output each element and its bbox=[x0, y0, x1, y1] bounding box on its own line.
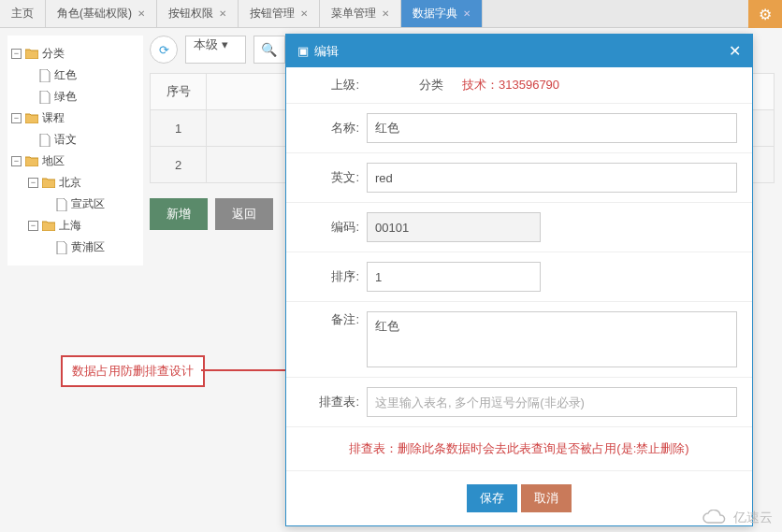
collapse-icon[interactable]: − bbox=[11, 156, 22, 166]
tab-menu-mgr[interactable]: 菜单管理✕ bbox=[320, 0, 401, 27]
close-icon[interactable]: ✕ bbox=[219, 8, 226, 19]
tree-label: 地区 bbox=[42, 153, 65, 169]
form-row-code: 编码: bbox=[286, 203, 752, 252]
modal-footer: 保存 取消 bbox=[286, 471, 752, 525]
form-row-check: 排查表: bbox=[286, 378, 752, 427]
cancel-button[interactable]: 取消 bbox=[521, 484, 572, 512]
tech-value: 313596790 bbox=[499, 78, 559, 92]
tree-node-chinese[interactable]: 语文 bbox=[11, 129, 139, 151]
search-icon: 🔍 bbox=[261, 42, 277, 57]
remark-label: 备注: bbox=[301, 311, 367, 328]
close-icon[interactable]: ✕ bbox=[463, 8, 471, 19]
tab-button-perm[interactable]: 按钮权限✕ bbox=[157, 0, 239, 27]
tree-node-shanghai[interactable]: −上海 bbox=[11, 215, 139, 237]
form-row-english: 英文: bbox=[286, 153, 752, 203]
modal-title: 编辑 bbox=[314, 43, 339, 60]
tree-sidebar: −分类 红色 绿色 −课程 语文 −地区 −北京 宣武区 −上海 黄浦区 bbox=[7, 36, 143, 266]
tab-role[interactable]: 角色(基础权限)✕ bbox=[46, 0, 157, 27]
collapse-icon[interactable]: − bbox=[28, 178, 38, 188]
tab-bar: 主页 角色(基础权限)✕ 按钮权限✕ 按钮管理✕ 菜单管理✕ 数据字典✕ bbox=[0, 0, 782, 28]
watermark: 亿速云 bbox=[702, 510, 773, 526]
name-input[interactable] bbox=[367, 113, 737, 143]
folder-icon bbox=[42, 221, 55, 231]
file-icon bbox=[39, 69, 51, 82]
select-label: 本级 bbox=[194, 37, 218, 51]
tab-data-dict[interactable]: 数据字典✕ bbox=[401, 0, 483, 27]
annotation-label: 数据占用防删排查设计 bbox=[61, 355, 205, 387]
tree-label: 分类 bbox=[42, 46, 65, 62]
refresh-icon: ⟳ bbox=[159, 43, 169, 57]
back-button[interactable]: 返回 bbox=[215, 198, 273, 230]
collapse-icon[interactable]: − bbox=[28, 221, 38, 231]
close-icon[interactable]: ✕ bbox=[300, 8, 308, 19]
file-icon bbox=[56, 198, 67, 211]
tab-label: 按钮权限 bbox=[168, 6, 213, 22]
form-row-order: 排序: bbox=[286, 252, 752, 302]
folder-icon bbox=[25, 156, 38, 166]
file-icon bbox=[39, 91, 51, 104]
tree-node-green[interactable]: 绿色 bbox=[11, 86, 139, 108]
remark-input[interactable]: 红色 bbox=[367, 311, 737, 367]
tech-label: 技术： bbox=[462, 78, 499, 92]
tree-label: 语文 bbox=[54, 132, 77, 148]
order-label: 排序: bbox=[301, 268, 367, 285]
tab-label: 主页 bbox=[11, 6, 34, 22]
modal-body: 上级: 分类 技术：313596790 名称: 英文: 编码: 排序: 备注: … bbox=[286, 67, 752, 525]
level-select[interactable]: 本级 ▾ bbox=[185, 36, 246, 64]
tab-label: 菜单管理 bbox=[331, 6, 376, 22]
chevron-down-icon: ▾ bbox=[222, 37, 228, 51]
edit-modal: ▣ 编辑 ✕ 上级: 分类 技术：313596790 名称: 英文: 编码: 排… bbox=[285, 34, 753, 526]
tree-label: 北京 bbox=[59, 175, 81, 191]
code-label: 编码: bbox=[301, 219, 367, 236]
tree-label: 课程 bbox=[42, 110, 65, 126]
close-icon[interactable]: ✕ bbox=[138, 8, 145, 19]
gear-icon[interactable]: ⚙ bbox=[748, 0, 782, 28]
check-input[interactable] bbox=[367, 387, 737, 417]
tab-label: 角色(基础权限) bbox=[57, 6, 132, 22]
folder-icon bbox=[25, 113, 38, 123]
tree-node-region[interactable]: −地区 bbox=[11, 151, 139, 172]
check-label: 排查表: bbox=[301, 394, 367, 410]
order-input[interactable] bbox=[367, 262, 541, 292]
tree-label: 宣武区 bbox=[71, 196, 105, 212]
window-icon: ▣ bbox=[297, 44, 309, 58]
tree-node-course[interactable]: −课程 bbox=[11, 108, 139, 129]
hint-text: 排查表：删除此条数据时会去此表查询是否被占用(是:禁止删除) bbox=[286, 427, 752, 471]
form-row-name: 名称: bbox=[286, 104, 752, 153]
tree-node-beijing[interactable]: −北京 bbox=[11, 172, 139, 194]
parent-value: 分类 技术：313596790 bbox=[367, 77, 559, 93]
english-input[interactable] bbox=[367, 163, 737, 193]
close-icon[interactable]: ✕ bbox=[729, 42, 741, 60]
save-button[interactable]: 保存 bbox=[467, 484, 517, 512]
cell-seq: 1 bbox=[151, 110, 207, 147]
folder-icon bbox=[25, 49, 38, 59]
tree-node-xuanwu[interactable]: 宣武区 bbox=[11, 194, 139, 215]
code-input bbox=[367, 212, 541, 242]
collapse-icon[interactable]: − bbox=[11, 49, 22, 59]
collapse-icon[interactable]: − bbox=[11, 113, 22, 123]
watermark-text: 亿速云 bbox=[733, 510, 773, 526]
search-button[interactable]: 🔍 bbox=[253, 36, 285, 64]
tree-node-huangpu[interactable]: 黄浦区 bbox=[11, 237, 139, 258]
folder-icon bbox=[42, 178, 55, 188]
form-row-remark: 备注: 红色 bbox=[286, 302, 752, 378]
tree-label: 绿色 bbox=[54, 89, 77, 105]
parent-text: 分类 bbox=[419, 77, 443, 93]
tab-label: 数据字典 bbox=[413, 6, 457, 22]
add-button[interactable]: 新增 bbox=[150, 198, 208, 230]
cloud-icon bbox=[702, 510, 728, 526]
form-row-parent: 上级: 分类 技术：313596790 bbox=[286, 67, 752, 104]
tab-home[interactable]: 主页 bbox=[0, 0, 46, 27]
tree-label: 上海 bbox=[59, 218, 81, 234]
tree-label: 黄浦区 bbox=[71, 239, 105, 255]
english-label: 英文: bbox=[301, 169, 367, 186]
reload-button[interactable]: ⟳ bbox=[150, 36, 178, 64]
name-label: 名称: bbox=[301, 120, 367, 137]
tree-node-red[interactable]: 红色 bbox=[11, 65, 139, 86]
modal-header: ▣ 编辑 ✕ bbox=[286, 35, 752, 67]
tree-node-category[interactable]: −分类 bbox=[11, 43, 139, 65]
file-icon bbox=[39, 134, 51, 147]
tab-button-mgr[interactable]: 按钮管理✕ bbox=[239, 0, 320, 27]
close-icon[interactable]: ✕ bbox=[382, 8, 389, 19]
cell-seq: 2 bbox=[151, 147, 207, 183]
